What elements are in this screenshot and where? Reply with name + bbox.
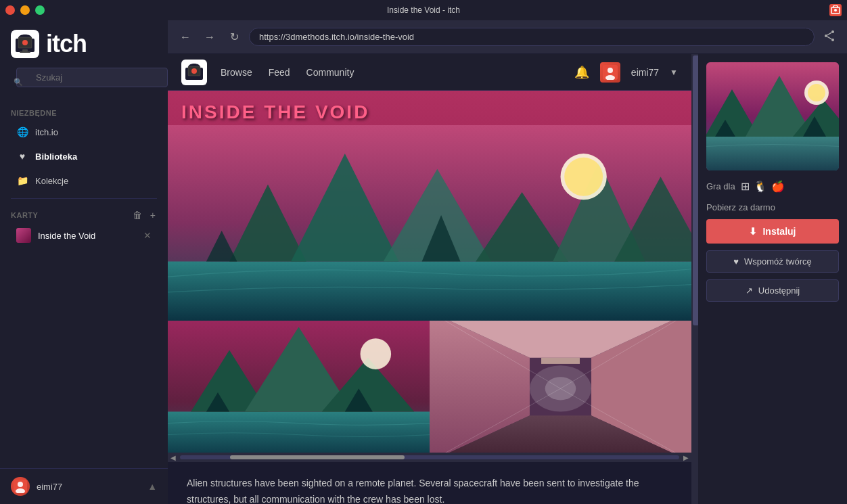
screenshot-right-svg: [430, 321, 691, 453]
install-label: Instaluj: [762, 226, 796, 237]
cards-header: KARTY 🗑 +: [0, 204, 168, 223]
titlebar-title: Inside the Void - itch: [387, 5, 460, 15]
support-button[interactable]: ♥ Wspomóż twórcę: [706, 250, 839, 273]
footer-avatar: [11, 477, 30, 496]
share-button[interactable]: [820, 28, 839, 47]
nav-community[interactable]: Community: [306, 67, 354, 78]
page-nav-right: 🔔 eimi77 ▼: [574, 62, 678, 83]
page-scrollbar-thumb[interactable]: [693, 55, 698, 325]
page-nav: Browse Feed Community 🔔: [168, 54, 691, 91]
forward-button[interactable]: →: [200, 28, 219, 47]
address-bar[interactable]: [249, 28, 815, 46]
share-icon: ↗: [746, 285, 753, 296]
cards-section-label: KARTY: [11, 211, 38, 219]
reload-button[interactable]: ↻: [225, 28, 244, 47]
delete-card-button[interactable]: 🗑: [131, 210, 143, 221]
collections-icon: 📁: [16, 175, 28, 187]
browser-toolbar: ← → ↻: [168, 20, 847, 54]
share-game-button[interactable]: ↗ Udostępnij: [706, 279, 839, 302]
scroll-right-arrow[interactable]: ▶: [683, 454, 689, 461]
scrollbar-thumb: [230, 455, 405, 459]
svg-point-11: [825, 35, 827, 37]
notification-bell-icon[interactable]: 🔔: [574, 65, 589, 80]
itch-icon: 🌐: [16, 126, 28, 138]
card-item-label: Inside the Void: [38, 231, 137, 241]
game-description: Alien structures have been sighted on a …: [168, 462, 691, 504]
card-item-inside-void[interactable]: Inside the Void ✕: [5, 224, 162, 247]
add-card-button[interactable]: +: [149, 210, 157, 221]
platform-icons: ⊞ 🐧 🍎: [741, 180, 785, 193]
sidebar-item-library[interactable]: ♥ Biblioteka: [5, 145, 162, 168]
search-container: [8, 68, 160, 95]
sidebar-logo: itch: [0, 20, 168, 68]
maximize-button[interactable]: [35, 5, 45, 15]
svg-point-32: [564, 158, 603, 196]
game-screenshots-area: INSIDE THE VOID: [168, 91, 691, 462]
user-avatar: [600, 62, 620, 83]
sidebar-item-collections[interactable]: 📁 Kolekcje: [5, 169, 162, 192]
section-label-essential: NIEZBĘDNE: [0, 104, 168, 120]
browser-content: Browse Feed Community 🔔: [168, 54, 847, 504]
platform-row: Gra dla ⊞ 🐧 🍎: [706, 177, 839, 196]
screenshot-scrollbar: ◀ ▶: [168, 453, 691, 462]
back-button[interactable]: ←: [176, 28, 195, 47]
right-panel: Gra dla ⊞ 🐧 🍎 Pobierz za darmo ⬇ Instalu…: [698, 54, 847, 504]
sidebar-footer[interactable]: eimi77 ▲: [0, 468, 168, 504]
heart-support-icon: ♥: [733, 256, 739, 267]
close-button[interactable]: [5, 5, 15, 15]
nav-feed[interactable]: Feed: [269, 67, 290, 78]
linux-icon: 🐧: [754, 180, 767, 193]
scrollbar-track[interactable]: [180, 455, 679, 459]
windows-icon: ⊞: [741, 180, 750, 193]
sidebar-divider: [11, 198, 157, 199]
svg-point-19: [608, 68, 613, 73]
titlebar: Inside the Void - itch: [0, 0, 847, 20]
logo-icon: [11, 30, 39, 58]
support-label: Wspomóż twórcę: [744, 256, 812, 267]
heart-icon: ♥: [16, 150, 28, 162]
svg-point-61: [808, 84, 825, 101]
sidebar-item-library-label: Biblioteka: [35, 152, 77, 162]
svg-point-17: [191, 68, 197, 74]
page-scroll-area[interactable]: Browse Feed Community 🔔: [168, 54, 691, 504]
screenshot-left-svg: [168, 321, 430, 453]
user-dropdown-icon[interactable]: ▼: [670, 68, 678, 77]
screenshot-main-svg: [168, 125, 691, 321]
card-close-button[interactable]: ✕: [143, 230, 152, 241]
itch-app-icon: [829, 4, 842, 16]
scroll-left-arrow[interactable]: ◀: [170, 454, 176, 461]
svg-line-14: [827, 37, 831, 39]
cover-art-svg: [706, 62, 839, 170]
svg-point-12: [831, 39, 834, 41]
svg-rect-5: [22, 49, 28, 51]
footer-arrow-icon: ▲: [147, 481, 157, 492]
page-nav-logo: [181, 60, 207, 85]
nav-browse[interactable]: Browse: [221, 67, 252, 78]
footer-username: eimi77: [37, 482, 141, 492]
svg-marker-54: [706, 137, 839, 170]
share-label: Udostępnij: [758, 285, 800, 296]
minimize-button[interactable]: [20, 5, 30, 15]
svg-point-8: [18, 482, 23, 487]
svg-point-40: [361, 338, 392, 369]
titlebar-right: [829, 4, 842, 16]
sidebar-item-itch-label: itch.io: [35, 127, 58, 137]
logo-text: itch: [46, 30, 87, 58]
description-p1: Alien structures have been sighted on a …: [187, 476, 672, 504]
sidebar: itch NIEZBĘDNE 🌐 itch.io ♥ Biblioteka 📁 …: [0, 20, 168, 504]
cards-actions: 🗑 +: [131, 210, 157, 221]
page-nav-links: Browse Feed Community: [221, 67, 574, 78]
free-label: Pobierz za darmo: [706, 202, 839, 212]
platform-label: Gra dla: [706, 181, 735, 191]
install-button[interactable]: ⬇ Instaluj: [706, 219, 839, 244]
sidebar-item-itch[interactable]: 🌐 itch.io: [5, 120, 162, 143]
browser-area: ← → ↻: [168, 20, 847, 504]
svg-point-1: [834, 9, 837, 12]
svg-rect-6: [20, 51, 30, 53]
screenshots-row: [168, 321, 691, 453]
sidebar-item-collections-label: Kolekcje: [35, 176, 68, 186]
titlebar-controls: [5, 5, 45, 15]
svg-marker-22: [168, 261, 691, 321]
svg-rect-48: [541, 358, 580, 364]
search-input[interactable]: [16, 68, 168, 87]
